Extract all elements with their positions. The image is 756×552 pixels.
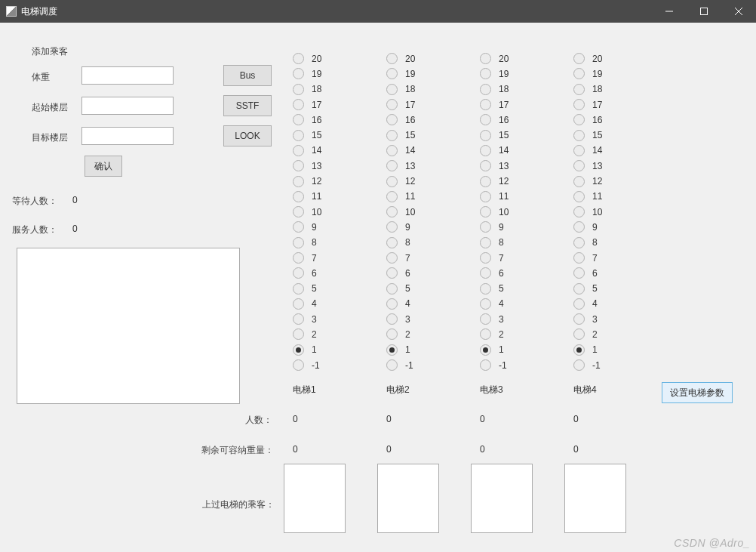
floor-radio[interactable] [386,191,398,202]
floor-radio[interactable] [573,84,585,95]
floor-radio[interactable] [293,99,304,110]
floor-radio[interactable] [293,191,304,202]
floor-radio[interactable] [480,267,491,279]
set-elevator-params-button[interactable]: 设置电梯参数 [662,382,733,403]
floor-radio[interactable] [573,267,585,279]
floor-radio[interactable] [293,283,304,295]
floor-radio[interactable] [573,53,585,64]
floor-radio[interactable] [293,68,304,79]
floor-radio[interactable] [480,191,491,202]
floor-radio[interactable] [480,114,491,125]
floor-radio[interactable] [480,145,491,156]
floor-radio[interactable] [573,99,585,110]
floor-radio[interactable] [386,298,398,310]
floor-radio[interactable] [480,328,491,340]
floor-radio[interactable] [293,313,304,325]
floor-radio[interactable] [573,221,585,233]
floor-radio[interactable] [386,221,398,233]
floor-radio[interactable] [293,84,304,95]
floor-radio[interactable] [480,221,491,233]
floor-radio[interactable] [293,206,304,217]
floor-radio[interactable] [293,130,304,141]
floor-radio[interactable] [386,114,398,125]
floor-radio[interactable] [480,252,491,264]
passenger-listbox[interactable] [564,464,626,533]
floor-radio[interactable] [573,283,585,295]
floor-radio[interactable] [293,145,304,156]
floor-radio[interactable] [293,344,304,356]
floor-radio[interactable] [480,344,491,356]
floor-radio[interactable] [573,298,585,310]
floor-radio[interactable] [573,328,585,340]
floor-radio[interactable] [386,130,398,141]
floor-radio[interactable] [480,68,491,79]
floor-radio[interactable] [386,283,398,295]
floor-radio[interactable] [573,68,585,79]
weight-input[interactable] [81,66,174,85]
floor-radio[interactable] [573,160,585,171]
floor-radio[interactable] [293,328,304,340]
algorithm-sstf-button[interactable]: SSTF [223,95,272,116]
floor-radio[interactable] [480,130,491,141]
floor-radio[interactable] [386,313,398,325]
floor-radio[interactable] [573,114,585,125]
minimize-button[interactable] [652,0,687,23]
log-listbox[interactable] [17,248,240,404]
algorithm-look-button[interactable]: LOOK [223,125,272,146]
passenger-listbox[interactable] [284,464,346,533]
target-floor-input[interactable] [81,127,174,145]
floor-radio[interactable] [293,160,304,171]
floor-radio[interactable] [386,328,398,340]
floor-radio[interactable] [480,53,491,64]
floor-radio[interactable] [293,53,304,64]
start-floor-input[interactable] [81,97,174,115]
floor-radio[interactable] [386,237,398,248]
floor-radio[interactable] [293,176,304,187]
algorithm-bus-button[interactable]: Bus [223,65,272,86]
floor-radio[interactable] [386,99,398,110]
floor-radio[interactable] [386,68,398,79]
floor-radio[interactable] [386,252,398,264]
floor-radio[interactable] [573,145,585,156]
confirm-button[interactable]: 确认 [85,156,122,177]
floor-radio[interactable] [573,237,585,248]
floor-radio[interactable] [573,359,585,371]
floor-radio[interactable] [293,252,304,264]
passenger-listbox[interactable] [377,464,439,533]
floor-radio[interactable] [573,130,585,141]
floor-radio[interactable] [386,267,398,279]
floor-radio[interactable] [480,160,491,171]
floor-radio[interactable] [480,237,491,248]
floor-radio[interactable] [386,206,398,217]
floor-radio[interactable] [480,84,491,95]
floor-radio[interactable] [573,252,585,264]
floor-radio[interactable] [386,344,398,356]
floor-radio[interactable] [480,99,491,110]
floor-radio[interactable] [293,221,304,233]
floor-radio[interactable] [573,313,585,325]
floor-radio[interactable] [293,114,304,125]
maximize-button[interactable] [687,0,721,23]
floor-radio[interactable] [573,344,585,356]
floor-radio[interactable] [480,176,491,187]
floor-radio[interactable] [386,145,398,156]
floor-radio[interactable] [386,84,398,95]
floor-radio[interactable] [293,359,304,371]
floor-radio[interactable] [573,191,585,202]
floor-radio[interactable] [480,206,491,217]
floor-radio[interactable] [293,298,304,310]
floor-radio[interactable] [480,283,491,295]
floor-radio[interactable] [293,267,304,279]
floor-radio[interactable] [386,359,398,371]
floor-radio[interactable] [480,313,491,325]
floor-radio[interactable] [386,160,398,171]
floor-radio[interactable] [480,298,491,310]
floor-radio[interactable] [573,176,585,187]
floor-radio[interactable] [293,237,304,248]
close-button[interactable] [721,0,756,23]
floor-radio[interactable] [480,359,491,371]
floor-radio[interactable] [386,176,398,187]
floor-radio[interactable] [573,206,585,217]
passenger-listbox[interactable] [471,464,533,533]
floor-radio[interactable] [386,53,398,64]
